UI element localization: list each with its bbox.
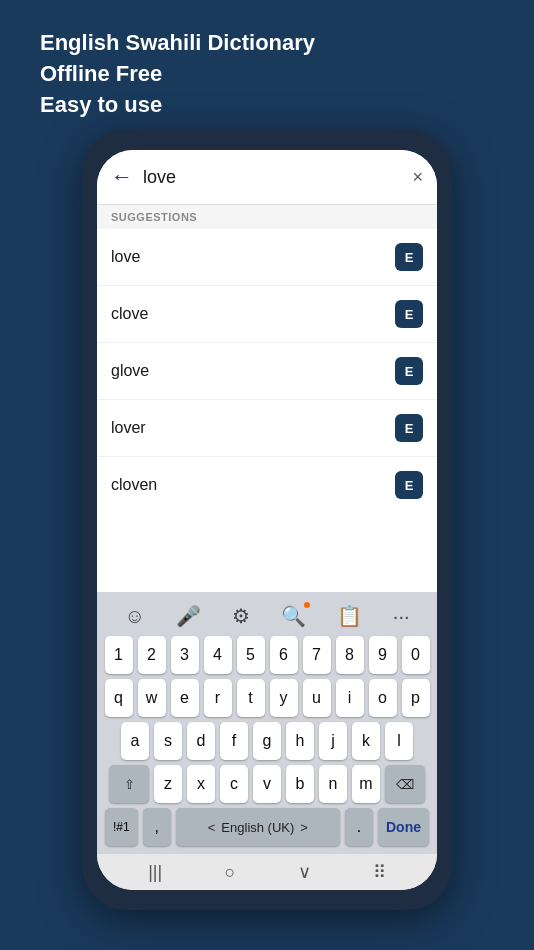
suggestion-word: lover [111,419,146,437]
home-icon[interactable]: ○ [224,862,235,883]
list-item[interactable]: love E [97,229,437,286]
key-5[interactable]: 5 [237,636,265,674]
qwerty-row: qwertyuiop [101,679,433,717]
language-selector[interactable]: < English (UK) > [176,808,340,846]
keyboard: ☺ 🎤 ⚙ 🔍 📋 ··· 1234567890 qwertyuiop asdf… [97,592,437,854]
lang-badge: E [395,243,423,271]
search-input[interactable]: love [143,167,402,188]
key-u[interactable]: u [303,679,331,717]
suggestions-header: SUGGESTIONS [97,205,437,229]
key-k[interactable]: k [352,722,380,760]
list-item[interactable]: lover E [97,400,437,457]
search-dot [304,602,310,608]
key-m[interactable]: m [352,765,380,803]
lang-badge: E [395,300,423,328]
key-l[interactable]: l [385,722,413,760]
period-key[interactable]: . [345,808,373,846]
key-z[interactable]: z [154,765,182,803]
lang-label: English (UK) [221,820,294,835]
key-r[interactable]: r [204,679,232,717]
menu-icon[interactable]: ||| [148,862,162,883]
back-nav-icon[interactable]: ∨ [298,861,311,883]
list-item[interactable]: glove E [97,343,437,400]
list-item[interactable]: clove E [97,286,437,343]
shift-key[interactable]: ⇧ [109,765,149,803]
key-1[interactable]: 1 [105,636,133,674]
key-7[interactable]: 7 [303,636,331,674]
done-key[interactable]: Done [378,808,429,846]
title-line3: Easy to use [40,90,315,121]
key-q[interactable]: q [105,679,133,717]
key-4[interactable]: 4 [204,636,232,674]
key-i[interactable]: i [336,679,364,717]
list-item[interactable]: cloven E [97,457,437,513]
key-j[interactable]: j [319,722,347,760]
key-s[interactable]: s [154,722,182,760]
symbols-key[interactable]: !#1 [105,808,138,846]
suggestion-word: clove [111,305,148,323]
key-g[interactable]: g [253,722,281,760]
title-line2: Offline Free [40,59,315,90]
key-w[interactable]: w [138,679,166,717]
key-3[interactable]: 3 [171,636,199,674]
suggestions-list: love E clove E glove E lover E cloven E [97,229,437,592]
key-2[interactable]: 2 [138,636,166,674]
lang-badge: E [395,471,423,499]
mic-icon[interactable]: 🎤 [176,604,201,628]
key-x[interactable]: x [187,765,215,803]
title-line1: English Swahili Dictionary [40,28,315,59]
key-c[interactable]: c [220,765,248,803]
key-e[interactable]: e [171,679,199,717]
key-0[interactable]: 0 [402,636,430,674]
lang-badge: E [395,414,423,442]
key-b[interactable]: b [286,765,314,803]
key-p[interactable]: p [402,679,430,717]
suggestion-word: love [111,248,140,266]
app-title: English Swahili Dictionary Offline Free … [40,28,315,120]
key-9[interactable]: 9 [369,636,397,674]
phone-screen: ← love × SUGGESTIONS love E clove E glov… [97,150,437,890]
emoji-icon[interactable]: ☺ [124,605,144,628]
lang-badge: E [395,357,423,385]
clipboard-icon[interactable]: 📋 [337,604,362,628]
zxcv-row: ⇧zxcvbnm⌫ [101,765,433,803]
number-row: 1234567890 [101,636,433,674]
key-y[interactable]: y [270,679,298,717]
bottom-row: !#1 , < English (UK) > . Done [101,808,433,846]
suggestion-word: cloven [111,476,157,494]
key-v[interactable]: v [253,765,281,803]
key-h[interactable]: h [286,722,314,760]
navigation-bar: ||| ○ ∨ ⠿ [97,854,437,890]
lang-right-chevron: > [300,820,308,835]
key-f[interactable]: f [220,722,248,760]
clear-button[interactable]: × [412,167,423,188]
key-8[interactable]: 8 [336,636,364,674]
key-d[interactable]: d [187,722,215,760]
apps-icon[interactable]: ⠿ [373,861,386,883]
key-o[interactable]: o [369,679,397,717]
key-a[interactable]: a [121,722,149,760]
phone-frame: ← love × SUGGESTIONS love E clove E glov… [82,130,452,910]
key-t[interactable]: t [237,679,265,717]
backspace-key[interactable]: ⌫ [385,765,425,803]
asdf-row: asdfghjkl [101,722,433,760]
keyboard-toolbar: ☺ 🎤 ⚙ 🔍 📋 ··· [101,600,433,636]
key-n[interactable]: n [319,765,347,803]
more-icon[interactable]: ··· [393,605,410,628]
search-icon[interactable]: 🔍 [281,604,306,628]
lang-left-chevron: < [208,820,216,835]
search-bar: ← love × [97,150,437,205]
comma-key[interactable]: , [143,808,171,846]
suggestion-word: glove [111,362,149,380]
key-6[interactable]: 6 [270,636,298,674]
settings-icon[interactable]: ⚙ [232,604,250,628]
back-button[interactable]: ← [111,166,133,188]
